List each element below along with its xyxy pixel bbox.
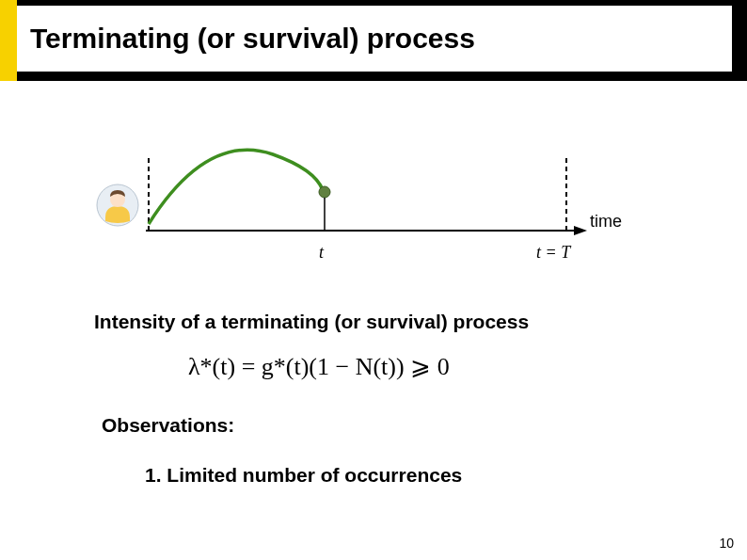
- event-dot-icon: [319, 186, 330, 198]
- intensity-heading: Intensity of a terminating (or survival)…: [94, 311, 529, 333]
- tick-label-T: t = T: [536, 243, 570, 263]
- avatar-icon: [96, 184, 139, 227]
- time-axis-label: time: [590, 212, 622, 232]
- accent-stripe: [0, 0, 17, 81]
- observations-heading: Observations:: [102, 414, 234, 437]
- arrowhead-icon: [574, 226, 587, 235]
- observation-item-1: 1. Limited number of occurrences: [145, 464, 462, 487]
- slide-title: Terminating (or survival) process: [30, 23, 475, 55]
- intensity-formula: λ*(t) = g*(t)(1 − N(t)) ⩾ 0: [188, 352, 450, 381]
- header-bar: Terminating (or survival) process: [0, 0, 747, 81]
- tick-label-t: t: [319, 243, 324, 263]
- intensity-curve: [149, 150, 323, 224]
- title-container: Terminating (or survival) process: [17, 6, 732, 72]
- page-number: 10: [719, 536, 734, 551]
- process-diagram: [85, 141, 668, 264]
